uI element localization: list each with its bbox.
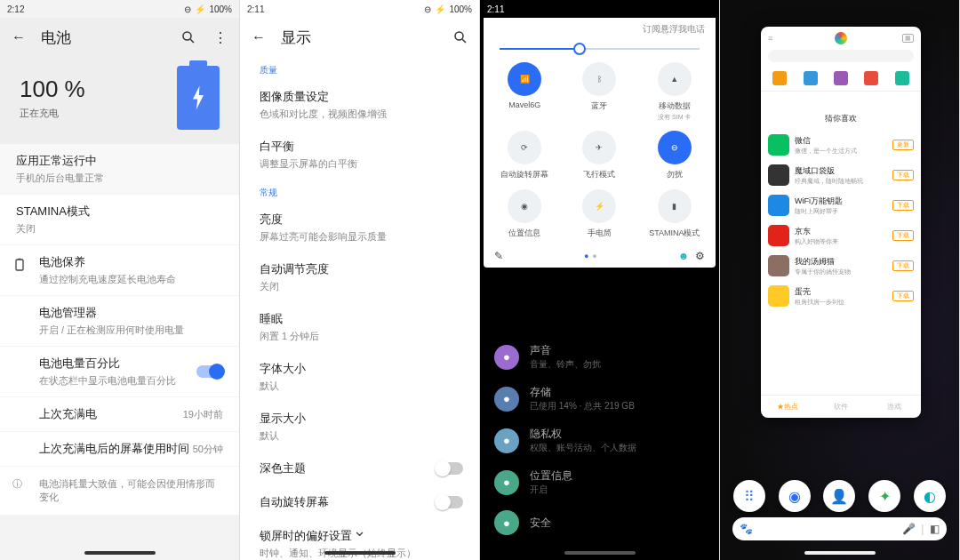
user-icon[interactable]: ☻ (678, 250, 690, 262)
settings-row[interactable]: ●存储已使用 14% · 总共 219 GB (485, 378, 714, 420)
back-icon[interactable]: ← (9, 28, 28, 47)
nav-bar[interactable] (720, 546, 959, 560)
chevron-down-icon[interactable]: ⌄ (347, 521, 373, 540)
qs-label: 手电筒 (588, 228, 612, 239)
qs-grid: 📶Mavel6Gᛒ蓝牙▲移动数据没有 SIM 卡⟳自动旋转屏幕✈飞行模式⊖勿扰◉… (484, 59, 716, 244)
store-bottom-tabs[interactable]: ★热点 软件 游戏 (761, 395, 921, 418)
edit-icon[interactable]: ✎ (494, 250, 503, 262)
app-item[interactable]: 蛋壳租房找房一步到位下载 (768, 281, 914, 311)
qs-tile-bt[interactable]: ᛒ蓝牙 (562, 62, 636, 122)
app-action-button[interactable]: 下载 (892, 291, 914, 301)
battery-status: 正在充电 (20, 107, 85, 120)
row-stamina[interactable]: STAMINA模式 关闭 (0, 195, 239, 244)
dock-app-2[interactable]: 👤 (823, 480, 855, 512)
app-item[interactable]: 魔域口袋版经典魔域，随时随地畅玩下载 (768, 160, 914, 190)
app-action-button[interactable]: 下载 (892, 260, 914, 271)
plane-icon: ✈ (582, 131, 616, 164)
search-icon[interactable] (179, 28, 198, 47)
qr-icon[interactable]: ▦ (902, 34, 914, 43)
mic-icon[interactable]: 🎤 (902, 523, 916, 535)
row-title: STAMINA模式 (16, 204, 223, 220)
app-item[interactable]: WiFi万能钥匙随时上网好帮手下载 (768, 190, 914, 220)
dock-app-4[interactable]: ◐ (914, 480, 946, 512)
store-tab[interactable] (804, 71, 818, 85)
row-last-full[interactable]: 上次充满电 19小时前 (0, 397, 239, 431)
search-icon[interactable] (451, 28, 470, 47)
settings-row[interactable]: ●隐私权权限、账号活动、个人数据 (485, 420, 714, 461)
app-item[interactable]: 微信微信，是一个生活方式更新 (768, 130, 914, 160)
more-icon[interactable]: ⋮ (211, 28, 230, 47)
row-battery-percent[interactable]: 电池电量百分比 在状态栏中显示电池电量百分比 (0, 347, 239, 396)
store-tab[interactable] (772, 71, 787, 85)
panel-display: 2:11 ⊖⚡100% ← 显示 质量 图像质量设定色域和对比度，视频图像增强 … (240, 0, 480, 560)
row-sub: 在状态栏中显示电池电量百分比 (39, 374, 223, 388)
app-action-button[interactable]: 更新 (892, 140, 914, 150)
back-icon[interactable]: ← (249, 28, 268, 47)
app-action-button[interactable]: 下载 (892, 230, 914, 241)
tab-hot[interactable]: ★热点 (777, 402, 798, 412)
tab-soft[interactable]: 软件 (834, 402, 848, 412)
nav-bar[interactable] (480, 546, 719, 560)
qs-tile-flash[interactable]: ⚡手电筒 (562, 189, 636, 239)
app-action-button[interactable]: 下载 (892, 200, 914, 211)
settings-row[interactable]: ●位置信息开启 (485, 461, 714, 503)
settings-row[interactable]: ●安全 (485, 503, 714, 542)
item-image-quality[interactable]: 图像质量设定色域和对比度，视频图像增强 (240, 80, 479, 130)
item-font-size[interactable]: 字体大小默认 (240, 352, 479, 402)
recent-app-store[interactable]: ≡ ▦ 猜你喜欢 微信微信，是一个生活方式更新魔域口袋版经典魔域，随时随地畅玩下… (761, 27, 921, 418)
brightness-slider[interactable] (500, 48, 700, 50)
row-screen-since-full[interactable]: 上次充满电后的屏幕使用时间 50分钟 (0, 432, 239, 466)
nav-bar[interactable] (240, 546, 479, 560)
store-tab[interactable] (834, 71, 848, 85)
item-auto-rotate[interactable]: 自动旋转屏幕 (240, 485, 479, 519)
item-display-size[interactable]: 显示大小默认 (240, 402, 479, 452)
qs-tile-dnd[interactable]: ⊖勿扰 (637, 131, 712, 180)
qs-tile-rotate[interactable]: ⟳自动旋转屏幕 (487, 131, 562, 180)
settings-row[interactable]: ●声音音量、铃声、勿扰 (485, 336, 714, 378)
item-auto-brightness[interactable]: 自动调节亮度关闭 (240, 252, 479, 302)
app-item[interactable]: 我的汤姆猫专属于你的搞怪宠物下载 (768, 251, 914, 281)
item-white-balance[interactable]: 白平衡调整显示屏幕的白平衡 (240, 130, 479, 180)
item-sleep[interactable]: 睡眠闲置 1 分钟后 (240, 302, 479, 352)
row-battery-care[interactable]: 电池保养 通过控制充电速度延长电池寿命 (0, 245, 239, 295)
row-apps-normal[interactable]: 应用正常运行中 手机的后台电量正常 (0, 144, 239, 194)
rec-title: 猜你喜欢 (768, 113, 914, 124)
store-tab[interactable] (864, 71, 878, 85)
tab-game[interactable]: 游戏 (887, 402, 901, 412)
store-tab[interactable] (895, 71, 909, 85)
store-logo-icon (835, 32, 847, 44)
settings-icon[interactable]: ⚙ (695, 250, 705, 262)
dock-app-3[interactable]: ✦ (868, 480, 900, 512)
qs-tile-loc[interactable]: ◉位置信息 (487, 189, 562, 239)
battery-hero: 100 % 正在充电 (0, 57, 239, 144)
switch-battery-percent[interactable] (196, 365, 223, 378)
row-title: 电池保养 (39, 254, 223, 270)
page-title: 显示 (281, 28, 438, 48)
dock-app-1[interactable]: ◉ (779, 480, 811, 512)
qs-tile-stam[interactable]: ▮STAMINA模式 (637, 189, 712, 239)
page-title: 电池 (41, 28, 166, 48)
store-search[interactable] (768, 50, 914, 62)
item-dark-theme[interactable]: 深色主题 (240, 452, 479, 485)
google-search-bar[interactable]: 🐾 🎤 | ◧ (732, 517, 947, 540)
item-brightness[interactable]: 亮度屏幕过亮可能会影响显示质量 (240, 203, 479, 252)
qs-tile-wifi[interactable]: 📶Mavel6G (487, 62, 562, 122)
app-action-button[interactable]: 下载 (892, 170, 914, 180)
row-sub: 开启 / 正在检测应用何时使用电量 (39, 324, 223, 337)
qs-label: 移动数据没有 SIM 卡 (658, 100, 691, 122)
menu-icon[interactable]: ≡ (768, 34, 772, 43)
app-item[interactable]: 京东购入好物等你来下载 (768, 220, 914, 251)
qs-label: 自动旋转屏幕 (500, 169, 548, 180)
row-battery-manager[interactable]: 电池管理器 开启 / 正在检测应用何时使用电量 (0, 296, 239, 346)
nav-bar[interactable] (0, 546, 239, 560)
section-quality: 质量 (240, 57, 479, 80)
lens-icon[interactable]: ◧ (930, 523, 940, 535)
wifi-icon: 📶 (508, 62, 541, 96)
loc-icon: ◉ (508, 189, 541, 223)
qs-tile-cell[interactable]: ▲移动数据没有 SIM 卡 (637, 62, 712, 122)
qs-tile-plane[interactable]: ✈飞行模式 (562, 131, 636, 180)
dock: ⠿◉👤✦◐ (720, 480, 959, 512)
dock-app-0[interactable]: ⠿ (733, 480, 765, 512)
switch-auto-rotate[interactable] (436, 496, 463, 508)
switch-dark-theme[interactable] (436, 462, 463, 475)
